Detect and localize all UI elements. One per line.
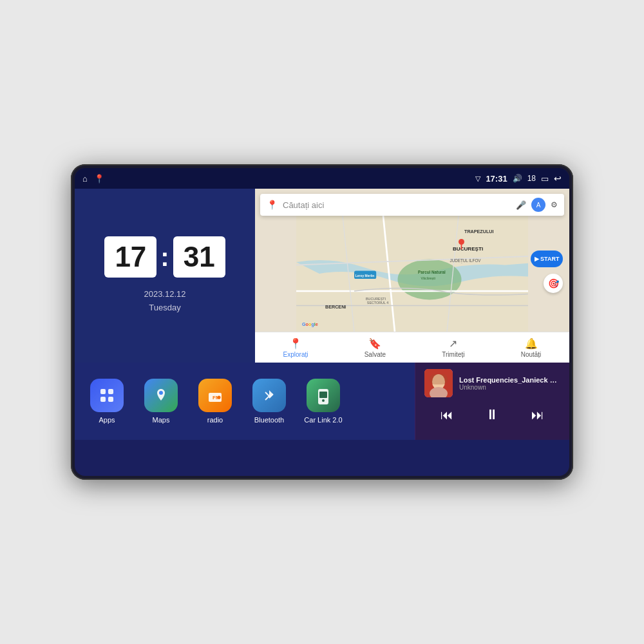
map-search-bar[interactable]: 📍 Căutați aici 🎤 A ⚙ xyxy=(260,194,564,216)
svg-text:BUCUREȘTI: BUCUREȘTI xyxy=(453,246,483,252)
volume-icon: 🔊 xyxy=(513,174,522,183)
device-screen: ⌂ 📍 ▽ 17:31 🔊 18 ▭ ↩ 17 : xyxy=(75,168,569,476)
maps-label: Maps xyxy=(153,416,170,424)
svg-text:Parcul Natural: Parcul Natural xyxy=(418,270,446,274)
device-frame: ⌂ 📍 ▽ 17:31 🔊 18 ▭ ↩ 17 : xyxy=(71,164,573,480)
svg-rect-30 xyxy=(319,392,327,398)
carlink-icon xyxy=(307,379,340,412)
music-next-button[interactable]: ⏭ xyxy=(526,405,549,425)
svg-text:Leroy Merlin: Leroy Merlin xyxy=(355,274,374,278)
svg-text:Google: Google xyxy=(302,321,318,327)
top-section: 17 : 31 2023.12.12 Tuesday 📍 Căutați aic… xyxy=(75,189,569,363)
status-left-icons: ⌂ 📍 xyxy=(82,174,104,184)
status-right-info: ▽ 17:31 🔊 18 ▭ ↩ xyxy=(475,173,562,184)
battery-icon: ▭ xyxy=(541,174,549,184)
app-item-maps[interactable]: Maps xyxy=(139,379,183,424)
svg-point-28 xyxy=(218,396,221,399)
clock-minutes: 31 xyxy=(173,236,225,278)
status-time: 17:31 xyxy=(486,174,507,184)
svg-rect-22 xyxy=(108,389,113,394)
send-label: Trimiteți xyxy=(442,351,464,358)
radio-icon: FM xyxy=(198,379,232,412)
home-icon[interactable]: ⌂ xyxy=(82,174,88,184)
app-item-carlink[interactable]: Car Link 2.0 xyxy=(301,379,345,424)
svg-text:BUCUREȘTI: BUCUREȘTI xyxy=(366,297,386,301)
map-search-placeholder: Căutați aici xyxy=(283,200,511,210)
svg-text:JUDEȚUL ILFOV: JUDEȚUL ILFOV xyxy=(450,258,482,263)
svg-text:SECTORUL 4: SECTORUL 4 xyxy=(367,301,388,305)
music-album-art xyxy=(424,369,453,397)
main-content: 17 : 31 2023.12.12 Tuesday 📍 Căutați aic… xyxy=(75,189,569,476)
explore-icon: 📍 xyxy=(289,337,302,350)
maps-shortcut-icon[interactable]: 📍 xyxy=(94,174,104,184)
music-controls: ⏮ ⏸ ⏭ xyxy=(424,404,560,426)
app-item-apps[interactable]: Apps xyxy=(85,379,129,424)
saved-icon: 🔖 xyxy=(368,337,381,350)
maps-icon xyxy=(144,379,178,412)
music-panel: Lost Frequencies_Janieck Devy-... Unknow… xyxy=(415,363,569,440)
music-play-pause-button[interactable]: ⏸ xyxy=(480,404,504,426)
radio-label: radio xyxy=(207,416,223,424)
back-icon[interactable]: ↩ xyxy=(554,173,562,184)
music-artist: Unknown xyxy=(459,384,560,391)
app-grid: Apps Maps xyxy=(75,363,415,440)
map-nav-explore[interactable]: 📍 Explorați xyxy=(283,337,308,358)
clock-date-info: 2023.12.12 Tuesday xyxy=(144,288,185,315)
svg-rect-23 xyxy=(100,397,106,402)
svg-text:TRAPEZULUI: TRAPEZULUI xyxy=(464,229,494,234)
bluetooth-label: Bluetooth xyxy=(254,416,284,424)
map-nav-saved[interactable]: 🔖 Salvate xyxy=(365,337,386,358)
signal-icon: ▽ xyxy=(475,175,480,183)
svg-text:BERCENI: BERCENI xyxy=(325,304,346,310)
map-navigate-button[interactable]: ▶ START xyxy=(531,251,563,267)
music-text: Lost Frequencies_Janieck Devy-... Unknow… xyxy=(459,376,560,391)
volume-level: 18 xyxy=(527,174,536,183)
explore-label: Explorați xyxy=(283,351,308,358)
bluetooth-icon xyxy=(252,379,286,412)
svg-point-18 xyxy=(459,239,464,245)
saved-label: Salvate xyxy=(365,351,386,358)
status-bar: ⌂ 📍 ▽ 17:31 🔊 18 ▭ ↩ xyxy=(75,168,569,189)
map-nav-send[interactable]: ↗ Trimiteți xyxy=(442,337,464,358)
svg-rect-35 xyxy=(430,374,448,384)
svg-rect-24 xyxy=(108,397,113,402)
map-panel[interactable]: 📍 Căutați aici 🎤 A ⚙ xyxy=(255,189,569,363)
clock-day: Tuesday xyxy=(144,301,185,315)
carlink-label: Car Link 2.0 xyxy=(304,416,342,424)
clock-panel: 17 : 31 2023.12.12 Tuesday xyxy=(75,189,255,363)
mic-icon[interactable]: 🎤 xyxy=(516,200,526,210)
news-label: Noutăți xyxy=(521,351,542,358)
clock-hours: 17 xyxy=(104,236,156,278)
music-title: Lost Frequencies_Janieck Devy-... xyxy=(459,376,560,384)
map-bottom-nav: 📍 Explorați 🔖 Salvate ↗ Trimiteți 🔔 xyxy=(255,332,569,363)
apps-label: Apps xyxy=(99,416,115,424)
music-info-row: Lost Frequencies_Janieck Devy-... Unknow… xyxy=(424,369,560,397)
clock-date: 2023.12.12 xyxy=(144,288,185,301)
svg-point-25 xyxy=(159,391,163,395)
map-pin-icon: 📍 xyxy=(267,200,278,210)
clock-display: 17 : 31 xyxy=(104,236,225,278)
svg-rect-21 xyxy=(100,389,106,394)
app-item-radio[interactable]: FM radio xyxy=(193,379,237,424)
svg-text:Văcărești: Văcărești xyxy=(421,276,435,280)
settings-icon[interactable]: ⚙ xyxy=(551,200,558,209)
apps-icon xyxy=(90,379,124,412)
map-location-button[interactable]: 🎯 xyxy=(544,274,563,293)
app-item-bluetooth[interactable]: Bluetooth xyxy=(247,379,291,424)
user-avatar[interactable]: A xyxy=(531,198,545,212)
map-search-icons: 🎤 A ⚙ xyxy=(516,198,558,212)
news-icon: 🔔 xyxy=(525,337,538,350)
music-prev-button[interactable]: ⏮ xyxy=(435,405,459,425)
bottom-section: Apps Maps xyxy=(75,363,569,440)
svg-point-31 xyxy=(322,399,325,402)
album-art-image xyxy=(424,369,453,397)
clock-colon: : xyxy=(160,244,169,270)
send-icon: ↗ xyxy=(449,337,457,350)
map-nav-news[interactable]: 🔔 Noutăți xyxy=(521,337,542,358)
